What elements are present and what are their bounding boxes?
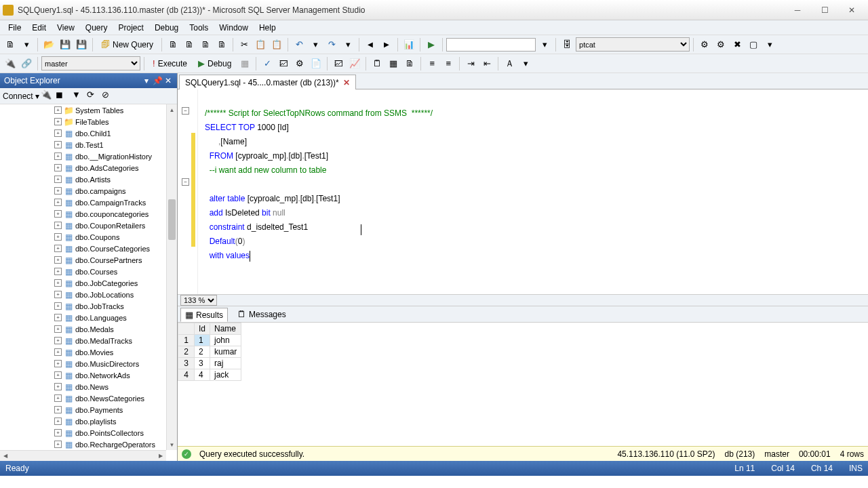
expand-icon[interactable]: + (54, 337, 62, 344)
tree-node[interactable]: +▦dbo.playlists (0, 415, 166, 427)
tree-node[interactable]: +▦dbo.MusicDirectors (0, 358, 166, 369)
nav-fwd-button[interactable]: ► (379, 37, 394, 52)
row-header[interactable]: 3 (178, 358, 195, 369)
tree-scrollbar-horizontal[interactable]: ◀ ▶ (0, 450, 166, 461)
table-row[interactable]: 33raj (178, 358, 241, 369)
zoom-combo[interactable]: 133 % (180, 295, 217, 306)
fold-icon[interactable]: − (182, 178, 189, 186)
menu-window[interactable]: Window (214, 22, 254, 34)
tree-node[interactable]: +▦dbo.CampaignTracks (0, 197, 166, 208)
tree-node[interactable]: +▦db.Test1 (0, 139, 166, 150)
tree-node[interactable]: +▦dbo.Movies (0, 346, 166, 358)
document-tab[interactable]: SQLQuery1.sql - 45....0.master (db (213)… (179, 75, 356, 89)
undo-dd[interactable]: ▾ (308, 37, 323, 52)
table-row[interactable]: 11john (178, 335, 241, 346)
db-engine-query-icon[interactable]: 🗎 (165, 37, 180, 52)
expand-icon[interactable]: + (54, 371, 62, 379)
tab-close-icon[interactable]: ✕ (343, 78, 350, 87)
tree-node[interactable]: +▦dbo.Payments (0, 404, 166, 415)
menu-help[interactable]: Help (254, 22, 281, 34)
tree-node[interactable]: +📁System Tables (0, 104, 166, 116)
expand-icon[interactable]: + (54, 441, 62, 448)
toolbar2-options[interactable]: ▾ (518, 56, 533, 71)
tree-node[interactable]: +▦dbo.campaigns (0, 185, 166, 197)
paste-button[interactable]: 📋 (269, 37, 284, 52)
tree-node[interactable]: +▦dbo.JobCategories (0, 277, 166, 289)
copy-button[interactable]: 📋 (253, 37, 268, 52)
toolbar-options[interactable]: ▾ (762, 37, 777, 52)
expand-icon[interactable]: + (54, 222, 62, 229)
messages-tab[interactable]: 🗒Messages (233, 308, 290, 321)
expand-icon[interactable]: + (54, 383, 62, 390)
user-combo[interactable]: ptcat (576, 37, 690, 52)
find-input[interactable] (446, 38, 536, 52)
cell[interactable]: 2 (195, 346, 210, 358)
add-button[interactable]: ▾ (19, 37, 34, 52)
tree-node[interactable]: +▦dbo.CourseCategories (0, 243, 166, 254)
expand-icon[interactable]: + (54, 279, 62, 287)
tree-node[interactable]: +▦dbo.NewsCategories (0, 392, 166, 404)
oe-stop-icon[interactable]: ◼ (56, 89, 69, 103)
expand-icon[interactable]: + (54, 394, 62, 402)
expand-icon[interactable]: + (54, 360, 62, 367)
new-query-button[interactable]: 🗐New Query (96, 37, 158, 52)
open-button[interactable]: 📂 (41, 37, 56, 52)
save-button[interactable]: 💾 (58, 37, 73, 52)
expand-icon[interactable]: + (54, 418, 62, 425)
tool-d-icon[interactable]: ▢ (746, 37, 761, 52)
specify-values-icon[interactable]: Ａ (502, 56, 517, 71)
menu-debug[interactable]: Debug (149, 22, 184, 34)
menu-project[interactable]: Project (113, 22, 149, 34)
mdx-query-icon[interactable]: 🗎 (198, 37, 213, 52)
tree-node[interactable]: +▦dbo.JobTracks (0, 300, 166, 312)
expand-icon[interactable]: + (54, 199, 62, 206)
parse-button[interactable]: ✓ (260, 56, 275, 71)
uncomment-icon[interactable]: ≡ (441, 56, 456, 71)
row-header[interactable]: 2 (178, 346, 195, 358)
tree-node[interactable]: +▦dbo.Languages (0, 312, 166, 323)
tree-node[interactable]: +▦dbo.Courses (0, 266, 166, 277)
row-header[interactable]: 4 (178, 369, 195, 381)
include-stats-icon[interactable]: 📈 (347, 56, 362, 71)
tree-node[interactable]: +▦dbo.couponcategories (0, 208, 166, 220)
tool-b-icon[interactable]: ⚙ (713, 37, 728, 52)
panel-dropdown-icon[interactable]: ▾ (142, 76, 151, 85)
menu-view[interactable]: View (52, 22, 80, 34)
tool-c-icon[interactable]: ✖ (730, 37, 745, 52)
expand-icon[interactable]: + (54, 256, 62, 264)
expand-icon[interactable]: + (54, 176, 62, 183)
expand-icon[interactable]: + (54, 152, 62, 160)
expand-icon[interactable]: + (54, 233, 62, 241)
analysis-query-icon[interactable]: 🗎 (182, 37, 197, 52)
cell[interactable]: 4 (195, 369, 210, 381)
column-header[interactable]: Name (210, 323, 241, 335)
redo-button[interactable]: ↷ (324, 37, 339, 52)
tree-node[interactable]: +▦dbo.JobLocations (0, 289, 166, 300)
menu-edit[interactable]: Edit (26, 22, 52, 34)
minimize-button[interactable]: ─ (784, 3, 811, 18)
code-content[interactable]: /****** Script for SelectTopNRows comman… (198, 89, 868, 294)
expand-icon[interactable]: + (54, 164, 62, 171)
tree-node[interactable]: +▦dbo.PointsCollectors (0, 427, 166, 439)
new-project-button[interactable]: 🗎 (3, 37, 18, 52)
menu-tools[interactable]: Tools (184, 22, 214, 34)
expand-icon[interactable]: + (54, 141, 62, 148)
oe-refresh-icon[interactable]: ⟳ (87, 89, 100, 103)
table-row[interactable]: 44jack (178, 369, 241, 381)
tree-node[interactable]: +📁FileTables (0, 116, 166, 127)
expand-icon[interactable]: + (54, 268, 62, 275)
row-header[interactable]: 1 (178, 335, 195, 346)
redo-dd[interactable]: ▾ (340, 37, 355, 52)
expand-icon[interactable]: + (54, 210, 62, 218)
column-header[interactable]: Id (195, 323, 210, 335)
expand-icon[interactable]: + (54, 245, 62, 252)
database-combo[interactable]: master (41, 56, 140, 70)
tree-node[interactable]: +▦dbo.CoursePartners (0, 254, 166, 266)
close-button[interactable]: ✕ (838, 3, 865, 18)
tree-node[interactable]: +▦dbo.Child1 (0, 127, 166, 139)
results-text-icon[interactable]: 🗒 (370, 56, 384, 71)
cut-button[interactable]: ✂ (237, 37, 252, 52)
oe-disconnect-icon[interactable]: 🔌 (41, 89, 54, 103)
tree-node[interactable]: +▦dbo.NetworkAds (0, 369, 166, 381)
tree-node[interactable]: +▦dbo.News (0, 381, 166, 392)
